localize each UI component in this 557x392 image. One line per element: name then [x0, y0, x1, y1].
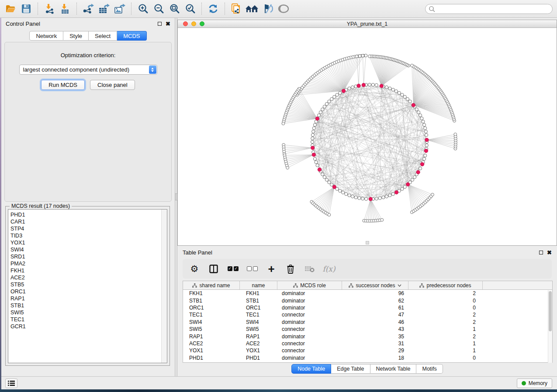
run-mcds-button[interactable]: Run MCDS [41, 80, 85, 90]
open-session-button[interactable] [3, 2, 18, 16]
table-scrollbar-thumb[interactable] [549, 291, 552, 331]
import-table-button[interactable] [57, 2, 73, 16]
column-header-MCDS-role[interactable]: MCDS role [277, 281, 342, 289]
deselect-all-button[interactable] [246, 262, 259, 275]
mcds-result-item[interactable]: CAR1 [10, 218, 161, 225]
mcds-result-item[interactable]: STP4 [10, 225, 161, 232]
tab-network[interactable]: Network [29, 31, 63, 41]
delete-table-button[interactable] [303, 262, 316, 275]
table-settings-icon: ⚙ [190, 264, 199, 273]
table-scrollbar[interactable] [548, 290, 552, 363]
table-row[interactable]: STB1STB1dominator620 [183, 297, 552, 304]
criterion-select[interactable]: largest connected component (undirected) [19, 65, 157, 75]
column-header-name[interactable]: name [240, 281, 277, 289]
network-resize-grip[interactable] [366, 241, 369, 244]
table-row[interactable]: ORC1ORC1dominator610 [183, 304, 552, 311]
export-network-icon [82, 3, 94, 14]
select-stepper-icon [149, 65, 156, 74]
toolbar-separator [201, 3, 202, 15]
zoom-out-button[interactable] [151, 2, 166, 16]
mcds-result-item[interactable]: GCR1 [10, 323, 161, 330]
tab-edge-table[interactable]: Edge Table [331, 364, 370, 374]
mcds-result-item[interactable]: SRD1 [10, 253, 161, 260]
table-row[interactable]: PHD1PHD1dominator180 [183, 354, 552, 361]
select-all-button[interactable]: ✓✓ [226, 262, 239, 275]
column-header-shared-name[interactable]: shared name [183, 281, 240, 289]
network-graph[interactable] [178, 28, 557, 245]
function-builder-button[interactable]: f(x) [322, 262, 336, 275]
tab-node-table[interactable]: Node Table [291, 364, 331, 374]
tab-select[interactable]: Select [89, 31, 117, 41]
cell-mcds_role: dominator [277, 298, 342, 304]
table-row[interactable]: RAP1RAP1dominator352 [183, 333, 552, 340]
tab-motifs[interactable]: Motifs [416, 364, 443, 374]
save-session-button[interactable] [18, 2, 34, 16]
search-input[interactable] [425, 4, 553, 14]
mcds-result-item[interactable]: ACE2 [10, 274, 161, 281]
mcds-result-item[interactable]: SWI5 [10, 309, 161, 316]
column-header-predecessor-nodes[interactable]: predecessor nodes [408, 281, 483, 289]
mcds-result-item[interactable]: YOX1 [10, 239, 161, 246]
table-settings-button[interactable]: ⚙ [188, 262, 201, 275]
export-table-button[interactable] [96, 2, 112, 16]
close-table-panel-icon[interactable]: ✖ [547, 250, 552, 255]
network-canvas[interactable] [178, 28, 557, 245]
delete-column-button[interactable] [284, 262, 297, 275]
network-window: YPA_prune.txt_1 [177, 20, 557, 246]
mcds-result-item[interactable]: PMA2 [10, 260, 161, 267]
close-panel-button[interactable]: Close panel [90, 80, 135, 90]
table-row[interactable]: YOX1YOX1connector291 [183, 347, 552, 354]
tab-mcds[interactable]: MCDS [117, 31, 146, 41]
zoom-selected-button[interactable] [182, 2, 198, 16]
mcds-result-item[interactable]: TEC1 [10, 316, 161, 323]
column-header-successor-nodes[interactable]: successor nodes [342, 281, 408, 289]
control-panel-tabs: NetworkStyleSelectMCDS [1, 31, 175, 41]
table-row[interactable]: TEC1TEC1connector472 [183, 311, 552, 318]
table-row[interactable]: FKH1FKH1dominator962 [183, 290, 552, 297]
tab-network-table[interactable]: Network Table [370, 364, 417, 374]
table-panel-tabs: Node TableEdge TableNetwork TableMotifs [177, 364, 557, 374]
cell-shared_name: YOX1 [183, 347, 240, 354]
table-body: FKH1FKH1dominator962STB1STB1dominator620… [183, 290, 552, 361]
refresh-layout-button[interactable] [205, 2, 221, 16]
tab-style[interactable]: Style [63, 31, 89, 41]
column-layout-button[interactable] [207, 262, 220, 275]
mcds-result-item[interactable]: RAP1 [10, 295, 161, 302]
zoom-in-icon [138, 3, 149, 14]
graphics-details-button[interactable] [260, 2, 276, 16]
mcds-list-scrollbar[interactable] [161, 210, 167, 363]
table-row[interactable]: SWI4SWI4dominator462 [183, 319, 552, 326]
birds-eye-view-button[interactable] [276, 2, 291, 16]
cell-predecessor_nodes: 2 [408, 312, 483, 318]
desktop-wallpaper-bottom [0, 389, 557, 392]
memory-button[interactable]: Memory [517, 378, 552, 388]
export-network-button[interactable] [80, 2, 96, 16]
zoom-in-button[interactable] [135, 2, 151, 16]
export-image-button[interactable] [112, 2, 128, 16]
zoom-selected-icon [185, 3, 196, 14]
mcds-result-item[interactable]: PHD1 [10, 211, 161, 218]
birds-eye-view-icon [277, 4, 290, 14]
float-table-panel-icon[interactable] [539, 251, 543, 254]
import-network-button[interactable] [42, 2, 57, 16]
network-window-title: YPA_prune.txt_1 [178, 21, 557, 27]
create-column-button[interactable]: + [265, 262, 278, 275]
delete-column-icon [286, 264, 295, 274]
table-row[interactable]: ACE2ACE2connector311 [183, 340, 552, 347]
mcds-result-item[interactable]: SWI4 [10, 246, 161, 253]
float-panel-icon[interactable] [158, 22, 162, 26]
close-panel-icon[interactable]: ✖ [166, 21, 170, 27]
share-document-button[interactable] [228, 2, 244, 16]
cell-shared_name: SWI4 [183, 319, 240, 325]
mcds-result-item[interactable]: ORC1 [10, 288, 161, 295]
mcds-result-item[interactable]: TID3 [10, 232, 161, 239]
network-window-titlebar[interactable]: YPA_prune.txt_1 [178, 20, 557, 28]
show-panels-button[interactable] [5, 378, 17, 388]
mcds-result-item[interactable]: FKH1 [10, 267, 161, 274]
mcds-result-item[interactable]: STB5 [10, 281, 161, 288]
mcds-result-item[interactable]: STB1 [10, 302, 161, 309]
zoom-fit-button[interactable] [166, 2, 182, 16]
network-analyzer-button[interactable] [244, 2, 260, 16]
table-row[interactable]: SWI5SWI5connector431 [183, 326, 552, 333]
open-session-icon [5, 4, 16, 14]
